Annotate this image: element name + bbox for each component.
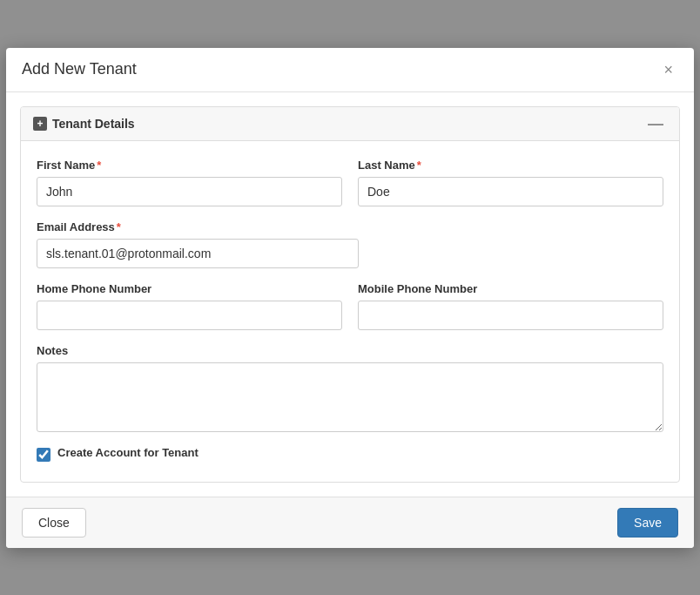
create-account-label[interactable]: Create Account for Tenant (57, 446, 199, 459)
phone-row: Home Phone Number Mobile Phone Number (37, 282, 663, 330)
notes-label: Notes (37, 344, 663, 357)
email-group: Email Address* (37, 220, 359, 268)
home-phone-input[interactable] (37, 301, 342, 330)
modal-header: Add New Tenant × (6, 48, 694, 92)
section-title: + Tenant Details (33, 117, 135, 131)
mobile-phone-group: Mobile Phone Number (358, 282, 663, 330)
notes-input[interactable] (37, 362, 663, 432)
modal-footer: Close Save (6, 497, 694, 548)
section-expand-icon: + (33, 117, 47, 131)
email-required: * (117, 220, 121, 233)
section-collapse-button[interactable]: — (644, 116, 667, 132)
home-phone-label: Home Phone Number (37, 282, 342, 295)
mobile-phone-label: Mobile Phone Number (358, 282, 663, 295)
first-name-label: First Name* (37, 159, 342, 172)
create-account-checkbox[interactable] (37, 448, 50, 462)
mobile-phone-input[interactable] (358, 301, 663, 330)
modal-dialog: Add New Tenant × + Tenant Details — (6, 48, 694, 548)
modal-overlay: Add New Tenant × + Tenant Details — (0, 0, 700, 595)
section-title-text: Tenant Details (52, 117, 135, 131)
create-account-row: Create Account for Tenant (37, 446, 663, 464)
home-phone-group: Home Phone Number (37, 282, 342, 330)
modal-title: Add New Tenant (22, 60, 137, 78)
section-header: + Tenant Details — (21, 107, 679, 141)
section-content: First Name* Last Name* (21, 141, 679, 482)
modal-body: + Tenant Details — First Name* (6, 92, 694, 497)
close-button[interactable]: Close (22, 508, 86, 538)
email-input[interactable] (37, 239, 359, 268)
email-row: Email Address* (37, 220, 663, 268)
first-name-required: * (97, 159, 101, 172)
save-button[interactable]: Save (617, 508, 678, 538)
notes-row: Notes (37, 344, 663, 432)
first-name-input[interactable] (37, 177, 342, 206)
last-name-group: Last Name* (358, 159, 663, 206)
last-name-required: * (417, 159, 421, 172)
notes-group: Notes (37, 344, 663, 432)
modal-close-button[interactable]: × (658, 60, 678, 79)
first-name-group: First Name* (37, 159, 342, 206)
tenant-details-section: + Tenant Details — First Name* (20, 106, 680, 483)
last-name-label: Last Name* (358, 159, 663, 172)
email-label: Email Address* (37, 220, 359, 233)
name-row: First Name* Last Name* (37, 159, 663, 206)
last-name-input[interactable] (358, 177, 663, 206)
